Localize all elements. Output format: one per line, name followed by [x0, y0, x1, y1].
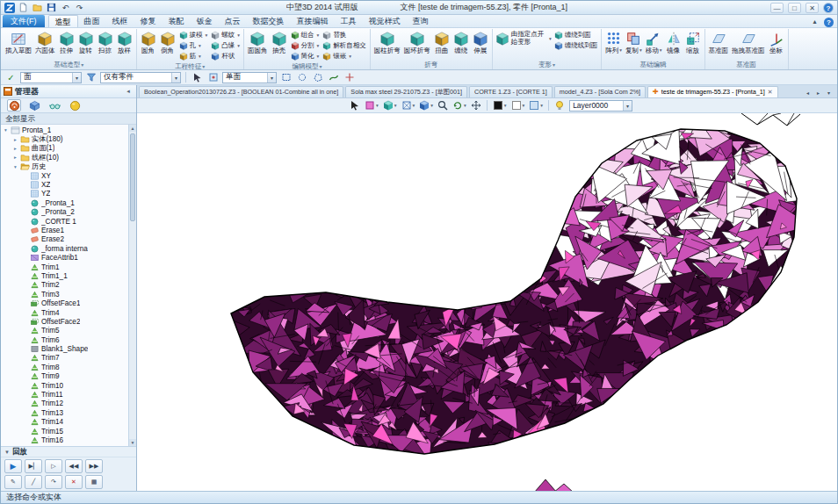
undo-icon[interactable]: ↶: [60, 3, 71, 13]
menu-tab[interactable]: 点云: [219, 15, 247, 27]
ribbon-button[interactable]: 基准面: [707, 29, 731, 55]
tree-item[interactable]: FaceAttrib1: [2, 253, 127, 262]
ribbon-small-button[interactable]: 缠绕线到面: [553, 40, 600, 51]
expander-icon[interactable]: ▸: [12, 155, 18, 160]
ribbon-small-button[interactable]: 组合▾: [289, 30, 321, 40]
ribbon-button[interactable]: 倒角: [158, 29, 177, 55]
menu-tab[interactable]: 修复: [134, 15, 163, 27]
scroll-down-icon[interactable]: ▼: [129, 439, 136, 446]
pick-filter-icon[interactable]: ▾: [363, 99, 380, 112]
view-orientation-icon[interactable]: ▾: [417, 99, 435, 112]
ribbon-small-button[interactable]: 螺纹▾: [209, 30, 242, 40]
show-all-header[interactable]: 全部显示: [1, 113, 136, 125]
menu-tab[interactable]: 线框: [106, 15, 134, 27]
ribbon-button[interactable]: 六面体: [33, 29, 57, 55]
tree-item[interactable]: Trim13: [2, 408, 127, 417]
layer-bulb-icon[interactable]: [553, 99, 567, 112]
collapse-ribbon-icon[interactable]: ▴: [809, 17, 820, 27]
ribbon-small-button[interactable]: 简化▾: [289, 51, 321, 61]
tree-item[interactable]: Trim8: [2, 363, 127, 371]
edit-button[interactable]: ✎: [4, 475, 22, 489]
maximize-button[interactable]: □: [788, 3, 801, 13]
ribbon-small-button[interactable]: 拔模▾: [177, 30, 210, 40]
tree-item[interactable]: YZ: [2, 190, 127, 198]
face-color-icon[interactable]: ▾: [509, 99, 527, 112]
history-manager-tab[interactable]: [7, 99, 21, 112]
expander-icon[interactable]: ▾: [3, 127, 9, 133]
ribbon-small-button[interactable]: 分割▾: [289, 40, 321, 51]
ribbon-small-button[interactable]: 解析自相交: [321, 40, 368, 51]
close-tab-icon[interactable]: ✕: [768, 87, 773, 97]
tree-item[interactable]: ▸曲面(1): [2, 144, 127, 153]
rewind-button[interactable]: ◀◀: [65, 459, 83, 473]
ribbon-button[interactable]: 扭曲: [432, 29, 452, 55]
pan-view-icon[interactable]: [469, 99, 483, 112]
tree-item[interactable]: Trim9: [2, 372, 127, 381]
tree-item[interactable]: OffsetFace2: [2, 317, 127, 326]
scrollbar-thumb[interactable]: [130, 133, 135, 221]
menu-tab[interactable]: 工具: [335, 15, 363, 27]
doc-tab[interactable]: Boolean_Operation20130726.Z3 - [BOOLEAN …: [139, 86, 343, 97]
tree-item[interactable]: _CORTE 1: [2, 217, 127, 226]
tree-item[interactable]: ▾Pronta_1: [2, 126, 127, 134]
scope-filter-combo[interactable]: 仅有零件 ▾: [100, 72, 181, 83]
pick-mode-combo[interactable]: 单面 ▾: [222, 72, 277, 83]
ribbon-button[interactable]: 插入草图: [4, 29, 33, 55]
ribbon-button[interactable]: 扫掠: [96, 29, 115, 55]
tree-item[interactable]: Trim3: [2, 290, 127, 299]
cross-pick-icon[interactable]: [343, 71, 356, 83]
tree-item[interactable]: Trim11: [2, 390, 127, 399]
tab-list-icon[interactable]: ▾: [824, 88, 834, 97]
reroute-button[interactable]: ↷: [45, 475, 62, 489]
menu-tab[interactable]: 数据交换: [247, 15, 291, 27]
ribbon-button[interactable]: 旋转: [76, 29, 96, 55]
ribbon-small-button[interactable]: 孔▾: [177, 40, 210, 51]
shaded-display-icon[interactable]: ▾: [381, 99, 399, 112]
tree-item[interactable]: Erase1: [2, 226, 127, 234]
ribbon-small-button[interactable]: 凸缘▾: [209, 40, 242, 51]
ribbon-button[interactable]: 由指定点开始变形▾: [495, 29, 553, 47]
minimize-button[interactable]: —: [770, 3, 784, 13]
open-file-icon[interactable]: [32, 3, 43, 13]
ribbon-button[interactable]: 放样: [115, 29, 134, 55]
ribbon-button[interactable]: 坐标: [767, 29, 786, 55]
expander-icon[interactable]: ▾: [12, 164, 18, 169]
ribbon-button[interactable]: 阵列▾: [603, 29, 624, 55]
menu-tab[interactable]: 直接编辑: [291, 15, 335, 27]
tree-item[interactable]: Trim16: [2, 436, 127, 444]
sole-mesh-model[interactable]: [228, 113, 813, 457]
window-pick-icon[interactable]: [279, 71, 293, 83]
ribbon-small-button[interactable]: 替换: [321, 30, 368, 40]
menu-tab[interactable]: 造型: [48, 15, 78, 27]
tree-item[interactable]: ▸线框(10): [2, 153, 127, 162]
list-button[interactable]: ▦: [85, 475, 103, 489]
tree-item[interactable]: Trim7: [2, 354, 127, 363]
menu-tab[interactable]: 曲面: [78, 15, 106, 27]
chain-pick-icon[interactable]: [327, 71, 340, 83]
menu-tab[interactable]: 视觉样式: [363, 15, 407, 27]
collapse-panel-icon[interactable]: ◂: [123, 88, 134, 95]
zoom-fit-icon[interactable]: [436, 99, 450, 112]
ribbon-small-button[interactable]: 镶嵌▾: [321, 51, 368, 61]
polygon-pick-icon[interactable]: [311, 71, 324, 83]
ribbon-button[interactable]: 伸展: [471, 29, 490, 55]
play-one-button[interactable]: ▷: [45, 459, 62, 473]
app-logo-icon[interactable]: [4, 3, 15, 13]
tree-item[interactable]: Trim2: [2, 281, 127, 290]
tree-item[interactable]: ▸实体(180): [2, 134, 127, 143]
pick-point-icon[interactable]: [191, 71, 204, 83]
edge-color-icon[interactable]: ▾: [491, 99, 509, 112]
help-button[interactable]: ?: [823, 3, 834, 13]
close-button[interactable]: ✕: [805, 3, 819, 13]
visibility-manager-tab[interactable]: [47, 99, 61, 112]
expander-icon[interactable]: ▸: [12, 137, 18, 142]
tree-item[interactable]: OffsetFace1: [2, 299, 127, 307]
suppress-button[interactable]: ╱: [25, 475, 42, 489]
rotate-view-icon[interactable]: ▾: [451, 99, 468, 112]
tree-item[interactable]: _Pronta_2: [2, 208, 127, 217]
redo-icon[interactable]: ↷: [74, 3, 85, 13]
tree-item[interactable]: Trim1_1: [2, 271, 127, 280]
ribbon-help-icon[interactable]: ?: [824, 18, 834, 27]
tab-scroll-right-icon[interactable]: ▸: [813, 88, 823, 97]
ribbon-button[interactable]: 抽壳: [270, 29, 289, 55]
